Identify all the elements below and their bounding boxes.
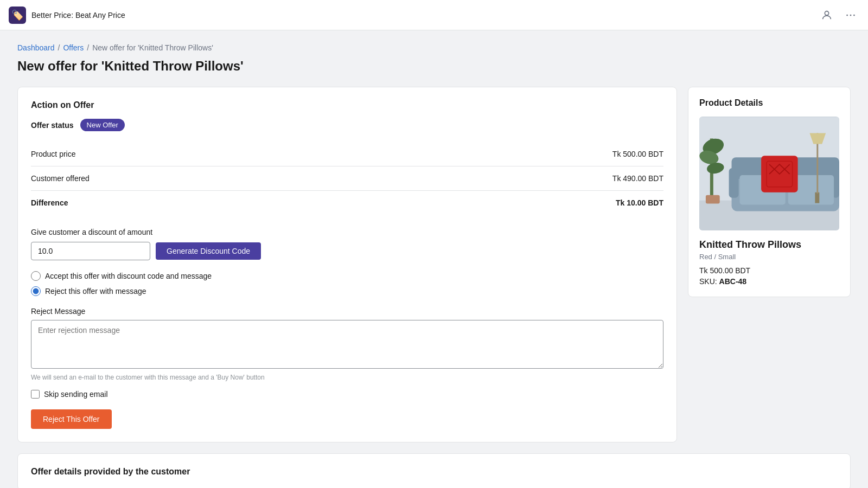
reject-offer-button[interactable]: Reject This Offer [31, 409, 112, 429]
discount-label: Give customer a discount of amount [31, 228, 663, 236]
skip-email-label: Skip sending email [44, 390, 108, 399]
app-title: Better Price: Beat Any Price [31, 11, 125, 20]
svg-rect-19 [815, 192, 819, 203]
app-icon: 🏷️ [9, 7, 26, 24]
discount-row: Generate Discount Code [31, 242, 663, 260]
svg-rect-13 [729, 168, 739, 198]
radio-group: Accept this offer with discount code and… [31, 271, 663, 296]
sku-value: ABC-48 [719, 277, 747, 286]
product-details-card: Product Details [688, 87, 851, 297]
difference-label: Difference [31, 191, 369, 215]
discount-input[interactable] [31, 242, 150, 260]
breadcrumb-sep-2: / [87, 43, 89, 52]
customer-offered-value: Tk 490.00 BDT [369, 166, 663, 191]
more-options-icon[interactable] [842, 7, 859, 24]
customer-offered-label: Customer offered [31, 166, 369, 191]
radio-accept-label: Accept this offer with discount code and… [45, 272, 212, 280]
topbar: 🏷️ Better Price: Beat Any Price [0, 0, 868, 30]
user-icon[interactable] [818, 7, 835, 24]
breadcrumb-dashboard[interactable]: Dashboard [17, 43, 55, 52]
sku-label: SKU: [699, 277, 717, 286]
breadcrumb-current: New offer for 'Knitted Throw Pillows' [92, 43, 213, 52]
reject-message-textarea[interactable] [31, 320, 663, 369]
reject-message-label: Reject Message [31, 307, 663, 316]
product-details-title: Product Details [699, 98, 839, 108]
status-badge: New Offer [80, 119, 125, 131]
radio-accept[interactable]: Accept this offer with discount code and… [31, 271, 663, 281]
radio-reject-label: Reject this offer with message [45, 287, 146, 296]
product-price-value: Tk 500.00 BDT [369, 142, 663, 166]
action-card: Action on Offer Offer status New Offer P… [17, 87, 677, 442]
topbar-left: 🏷️ Better Price: Beat Any Price [9, 7, 125, 24]
price-row-customer: Customer offered Tk 490.00 BDT [31, 166, 663, 191]
action-card-title: Action on Offer [31, 100, 663, 110]
price-table: Product price Tk 500.00 BDT Customer off… [31, 142, 663, 215]
breadcrumb: Dashboard / Offers / New offer for 'Knit… [17, 43, 851, 52]
page-content: Dashboard / Offers / New offer for 'Knit… [0, 30, 868, 488]
topbar-right [818, 7, 859, 24]
product-image-svg [699, 117, 839, 230]
svg-point-1 [846, 14, 848, 16]
product-price: Tk 500.00 BDT [699, 266, 839, 275]
bottom-section: Offer details provided by the customer [17, 453, 851, 488]
product-image-container [699, 117, 839, 230]
product-name: Knitted Throw Pillows [699, 239, 839, 251]
radio-reject[interactable]: Reject this offer with message [31, 286, 663, 296]
generate-discount-btn[interactable]: Generate Discount Code [156, 242, 261, 260]
page-title: New offer for 'Knitted Throw Pillows' [17, 59, 851, 74]
product-sku: SKU: ABC-48 [699, 277, 839, 286]
svg-point-2 [850, 14, 852, 16]
breadcrumb-sep-1: / [58, 43, 60, 52]
skip-email-row: Skip sending email [31, 390, 663, 399]
price-row-difference: Difference Tk 10.00 BDT [31, 191, 663, 215]
breadcrumb-offers[interactable]: Offers [63, 43, 84, 52]
difference-value: Tk 10.00 BDT [369, 191, 663, 215]
radio-reject-input[interactable] [31, 286, 41, 296]
product-variant: Red / Small [699, 253, 839, 261]
price-row-product: Product price Tk 500.00 BDT [31, 142, 663, 166]
svg-point-0 [825, 11, 828, 15]
bottom-section-title: Offer details provided by the customer [31, 467, 837, 477]
skip-email-checkbox[interactable] [31, 390, 40, 399]
product-price-label: Product price [31, 142, 369, 166]
main-layout: Action on Offer Offer status New Offer P… [17, 87, 851, 442]
svg-point-3 [853, 14, 855, 16]
hint-text: We will send an e-mail to the customer w… [31, 374, 663, 381]
radio-accept-input[interactable] [31, 271, 41, 281]
offer-status-label: Offer status [31, 121, 74, 130]
svg-rect-10 [706, 195, 720, 204]
offer-status-row: Offer status New Offer [31, 119, 663, 131]
discount-section: Give customer a discount of amount Gener… [31, 228, 663, 260]
